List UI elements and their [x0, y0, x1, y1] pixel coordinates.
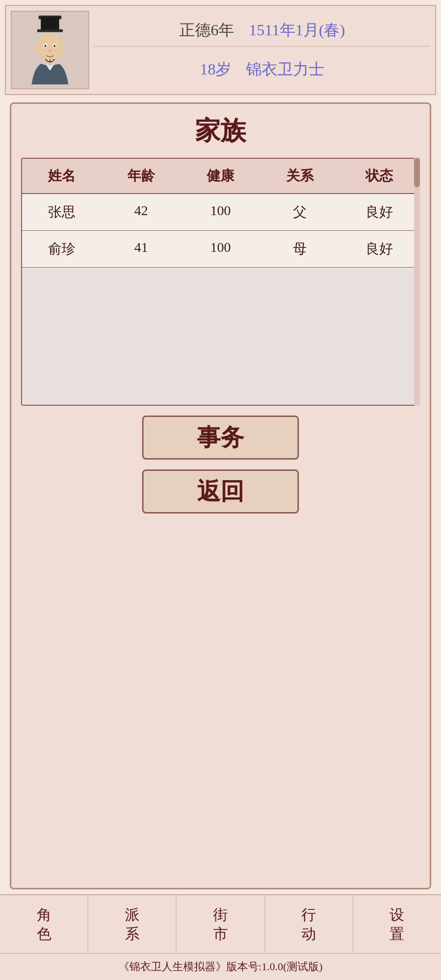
age-label: 18岁 [200, 59, 231, 80]
back-button[interactable]: 返回 [142, 469, 299, 514]
col-header-name: 姓名 [22, 159, 101, 193]
svg-rect-1 [41, 17, 59, 31]
family-table-container: 姓名 年龄 健康 关系 状态 张思 42 100 父 良好 俞珍 4 [21, 158, 420, 406]
svg-point-6 [45, 45, 47, 47]
family-panel: 家族 姓名 年龄 健康 关系 状态 张思 42 100 父 良好 [10, 102, 431, 889]
scrollbar-thumb[interactable] [414, 158, 420, 187]
table-row[interactable]: 张思 42 100 父 良好 [22, 194, 419, 231]
svg-point-11 [61, 45, 65, 51]
cell-age-0: 42 [101, 194, 181, 230]
cell-status-0: 良好 [340, 194, 419, 230]
year-label: 正德6年 [179, 20, 234, 41]
cell-health-1: 100 [181, 231, 260, 267]
nav-item-action[interactable]: 行动 [265, 895, 353, 953]
family-table: 姓名 年龄 健康 关系 状态 张思 42 100 父 良好 俞珍 4 [21, 158, 420, 406]
title-label: 锦衣卫力士 [246, 59, 324, 80]
header: 正德6年 1511年1月(春) 18岁 锦衣卫力士 [5, 5, 436, 95]
cell-age-1: 41 [101, 231, 181, 267]
cell-relation-1: 母 [260, 231, 340, 267]
button-area: 事务 返回 [21, 416, 420, 514]
svg-point-3 [37, 33, 63, 62]
cell-relation-0: 父 [260, 194, 340, 230]
date-label: 1511年1月(春) [249, 20, 345, 41]
table-row[interactable]: 俞珍 41 100 母 良好 [22, 231, 419, 268]
svg-point-7 [54, 45, 56, 47]
nav-item-faction[interactable]: 派系 [88, 895, 176, 953]
col-header-relation: 关系 [260, 159, 340, 193]
avatar [11, 11, 89, 89]
nav-item-settings[interactable]: 设置 [353, 895, 441, 953]
col-header-age: 年龄 [101, 159, 181, 193]
header-date-row: 正德6年 1511年1月(春) [94, 15, 430, 47]
main-content: 家族 姓名 年龄 健康 关系 状态 张思 42 100 父 良好 [0, 98, 441, 894]
bottom-nav: 角色 派系 街市 行动 设置 [0, 894, 441, 953]
col-header-status: 状态 [340, 159, 419, 193]
cell-status-1: 良好 [340, 231, 419, 267]
col-header-health: 健康 [181, 159, 260, 193]
affairs-button[interactable]: 事务 [142, 416, 299, 460]
panel-title: 家族 [21, 114, 420, 148]
nav-item-character[interactable]: 角色 [0, 895, 88, 953]
nav-item-market[interactable]: 街市 [176, 895, 265, 953]
footer: 《锦衣卫人生模拟器》版本号:1.0.0(测试版) [0, 953, 441, 980]
svg-point-8 [48, 49, 52, 52]
cell-name-1: 俞珍 [22, 231, 101, 267]
header-info: 正德6年 1511年1月(春) 18岁 锦衣卫力士 [94, 11, 430, 89]
scrollbar[interactable] [414, 158, 420, 406]
header-status-row: 18岁 锦衣卫力士 [94, 54, 430, 85]
cell-name-0: 张思 [22, 194, 101, 230]
cell-health-0: 100 [181, 194, 260, 230]
table-empty-area [22, 268, 419, 405]
svg-rect-2 [37, 29, 63, 32]
table-header: 姓名 年龄 健康 关系 状态 [22, 159, 419, 194]
footer-text: 《锦衣卫人生模拟器》版本号:1.0.0(测试版) [119, 960, 323, 973]
svg-point-10 [35, 45, 39, 51]
